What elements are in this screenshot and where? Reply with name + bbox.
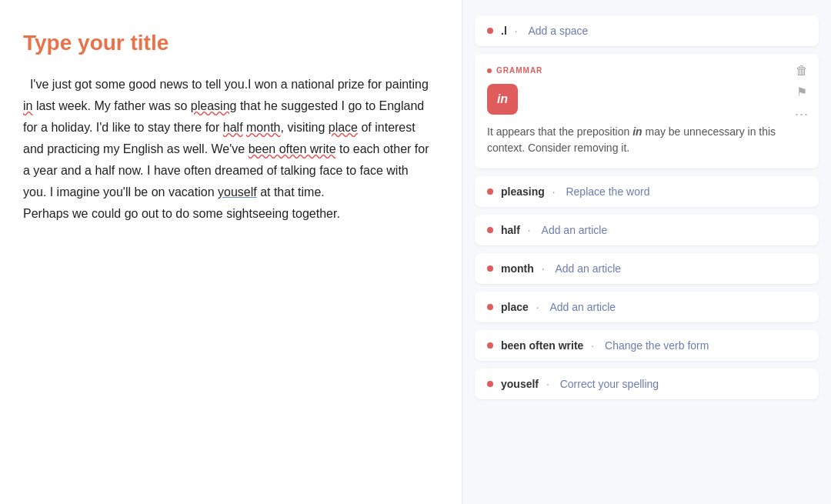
suggestion-keyword: been often write [501,339,583,352]
suggestion-text: been often write · Change the verb form [501,339,709,352]
card-actions: 🗑 ⚑ ··· [794,63,809,122]
separator: · [543,378,552,390]
suggestion-card-1[interactable]: half · Add an article [475,215,819,245]
suggestion-dot [487,342,493,349]
error-place: place [329,121,358,134]
suggestion-action: Replace the word [566,185,649,198]
suggestion-action: Add an article [555,262,621,275]
suggestion-card-5[interactable]: youself · Correct your spelling [475,369,819,399]
separator: · [533,301,542,313]
suggestion-action: Add an article [542,224,608,236]
suggestion-keyword: half [501,224,520,236]
separator: · [515,25,518,37]
suggestion-action: Correct your spelling [560,378,659,390]
suggestion-card-2[interactable]: month · Add an article [475,253,819,284]
suggestion-action: Change the verb form [605,339,709,352]
grammar-label: GRAMMAR [487,66,806,75]
suggestion-dot [487,304,493,310]
error-in: in [23,99,32,112]
suggestion-text: pleasing · Replace the word [501,185,649,198]
suggestion-text: .l · Add a space [501,25,588,37]
separator: · [539,262,548,275]
suggestion-keyword: .l [501,25,507,37]
suggestion-keyword: youself [501,378,539,390]
suggestion-card-0[interactable]: pleasing · Replace the word [475,176,819,207]
suggestion-card-3[interactable]: place · Add an article [475,292,819,322]
separator: · [549,185,559,198]
grammar-card: GRAMMAR 🗑 ⚑ ··· in It appears that the p… [475,54,819,169]
grammar-icon: in [487,84,518,115]
more-options[interactable]: ··· [795,106,809,122]
suggestion-keyword: pleasing [501,185,545,198]
suggestion-dot [487,265,493,272]
suggestions-panel: .l · Add a space GRAMMAR 🗑 ⚑ ··· in It a… [462,0,831,504]
suggestion-dot [487,381,493,387]
suggestion-dot [487,227,493,233]
error-been-often-write: been often write [249,142,336,155]
error-month: month [246,121,280,134]
suggestion-keyword: month [501,262,534,275]
delete-button[interactable]: 🗑 [794,63,809,78]
suggestion-keyword: place [501,301,529,313]
suggestion-card-4[interactable]: been often write · Change the verb form [475,330,819,361]
suggestion-dot [487,28,493,34]
error-half: half [223,121,243,134]
suggestion-action: Add an article [549,301,616,313]
suggestion-dot [487,189,493,195]
suggestion-text: half · Add an article [501,224,607,236]
separator: · [525,224,534,236]
suggestion-text: youself · Correct your spelling [501,378,659,390]
separator: · [588,339,597,352]
editor-title[interactable]: Type your title [23,31,431,55]
suggestion-card-space[interactable]: .l · Add a space [475,15,819,46]
editor-panel: Type your title I've just got some good … [0,0,462,504]
error-youself: youself [218,185,257,199]
grammar-description: It appears that the preposition in may b… [487,124,806,156]
suggestion-list: pleasing · Replace the wordhalf · Add an… [475,176,819,399]
flag-button[interactable]: ⚑ [795,85,809,100]
suggestion-action: Add a space [528,25,588,37]
suggestion-text: place · Add an article [501,301,616,313]
suggestion-text: month · Add an article [501,262,621,275]
error-pleasing: pleasing [191,99,237,112]
editor-body[interactable]: I've just got some good news to tell you… [23,74,431,225]
